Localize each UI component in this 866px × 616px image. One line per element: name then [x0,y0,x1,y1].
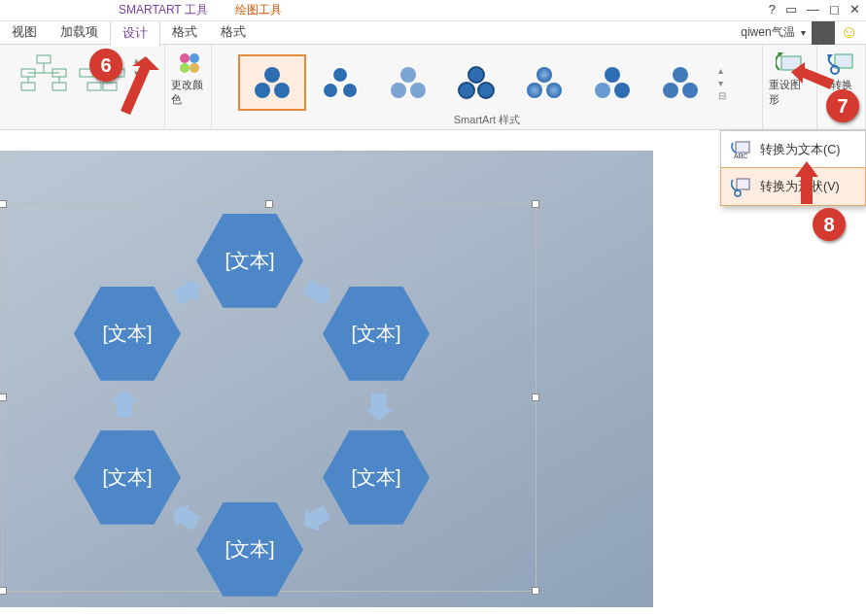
node-text: [文本] [351,321,400,347]
resize-handle-se[interactable] [532,587,539,595]
svg-point-17 [274,83,290,98]
svg-point-14 [190,63,199,73]
svg-rect-6 [80,69,93,77]
reset-group: 重设图形 [763,45,817,129]
reset-graphic-button[interactable]: 重设图形 [769,49,811,107]
change-colors-button[interactable]: 更改颜色 [171,49,205,107]
styles-more[interactable]: ▴▾⊟ [718,65,736,101]
convert-icon [827,49,856,76]
svg-point-16 [255,83,270,98]
layouts-more[interactable]: ▴▾⊟ [134,55,148,90]
convert-dropdown: ABC 转换为文本(C) 转换为形状(V) [720,130,866,206]
annotation-bubble: 8 [813,208,846,241]
smartart-node-3[interactable]: [文本] [323,430,430,524]
restore-icon[interactable]: ◻ [829,2,840,17]
style-option-7[interactable] [646,54,714,111]
svg-rect-10 [103,83,117,90]
smartart-node-4[interactable]: [文本] [196,502,303,596]
convert-group: 转换 ▾ [817,45,866,129]
contextual-tab-row: SMARTART 工具 绘图工具 ? ▭ — ◻ ✕ [0,0,866,21]
convert-to-text-icon: ABC [731,139,752,160]
node-text: [文本] [102,464,152,491]
svg-point-23 [410,83,426,98]
change-colors-label: 更改颜色 [171,78,205,107]
resize-handle-e[interactable] [532,394,539,401]
convert-button[interactable]: 转换 ▾ [827,49,856,104]
smartart-node-2[interactable]: [文本] [323,287,430,380]
svg-point-21 [400,67,416,83]
layout-option-2[interactable] [76,49,128,97]
svg-point-18 [332,67,348,83]
minimize-icon[interactable]: — [807,2,819,17]
close-icon[interactable]: ✕ [849,2,860,17]
style-option-2[interactable] [306,54,374,111]
resize-handle-w[interactable] [0,394,7,401]
svg-point-34 [663,83,678,98]
svg-point-35 [682,83,698,98]
svg-marker-52 [365,394,393,421]
ribbon: ▴▾⊟ 更改颜色 ▴▾⊟ SmartArt 样式 重设图形 [0,45,866,130]
resize-handle-nw[interactable] [0,200,7,208]
node-text: [文本] [351,464,400,491]
styles-group: ▴▾⊟ SmartArt 样式 [212,45,763,129]
node-text: [文本] [102,321,152,347]
styles-label: SmartArt 样式 [454,111,520,129]
smartart-node-1[interactable]: [文本] [196,214,303,307]
tab-addins[interactable]: 加载项 [49,20,110,45]
palette-icon [175,49,202,76]
convert-to-shapes-item[interactable]: 转换为形状(V) [720,167,866,206]
avatar[interactable] [812,21,835,45]
svg-rect-43 [737,179,749,189]
ribbon-display-icon[interactable]: ▭ [785,2,797,17]
style-option-3[interactable] [374,54,442,111]
svg-marker-55 [111,390,138,417]
svg-point-12 [190,53,199,63]
cycle-arrow-icon [107,388,142,423]
ribbon-tabs: 视图 加载项 设计 格式 格式 qiwen气温 ▾ ☺ [0,21,866,45]
convert-to-text-item[interactable]: ABC 转换为文本(C) [721,131,865,168]
layout-option-1[interactable] [17,49,70,97]
svg-point-44 [735,190,741,196]
svg-rect-41 [736,142,749,153]
style-option-5[interactable] [510,54,578,111]
convert-to-shapes-label: 转换为形状(V) [760,179,840,195]
smartart-node-6[interactable]: [文本] [74,287,181,380]
node-text: [文本] [225,536,274,563]
svg-point-15 [264,67,280,83]
svg-point-13 [180,63,190,73]
chevron-down-icon: ▾ [839,94,844,104]
svg-point-28 [527,83,542,98]
svg-point-22 [391,83,406,98]
tab-format-smartart[interactable]: 格式 [160,20,209,45]
svg-point-27 [537,67,552,83]
svg-point-33 [673,67,688,83]
svg-rect-7 [95,69,109,77]
tab-design[interactable]: 设计 [110,20,160,47]
resize-handle-sw[interactable] [0,587,7,595]
tab-format-drawing[interactable]: 格式 [209,20,258,45]
reset-label: 重设图形 [769,78,811,107]
svg-text:ABC: ABC [734,153,747,159]
help-icon[interactable]: ? [769,2,776,17]
reset-icon [776,49,805,76]
style-option-6[interactable] [578,54,646,111]
svg-point-19 [323,83,338,98]
svg-rect-3 [21,83,35,90]
svg-point-11 [180,53,190,63]
smartart-node-5[interactable]: [文本] [74,430,181,524]
convert-to-text-label: 转换为文本(C) [760,142,840,158]
svg-point-25 [459,83,474,98]
resize-handle-ne[interactable] [532,200,539,208]
feedback-icon[interactable]: ☺ [841,22,858,43]
resize-handle-n[interactable] [265,200,273,208]
svg-rect-4 [52,83,66,90]
convert-to-shapes-icon [731,176,752,197]
style-option-1[interactable] [238,54,306,111]
style-option-4[interactable] [442,54,510,111]
slide-canvas[interactable]: [文本] [文本] [文本] [文本] [文本] [文本] [0,151,653,607]
svg-point-30 [605,67,620,83]
tab-view[interactable]: 视图 [0,20,49,45]
cycle-arrow-icon [362,388,397,423]
svg-rect-5 [95,55,109,63]
change-colors-group: 更改颜色 [165,45,212,129]
